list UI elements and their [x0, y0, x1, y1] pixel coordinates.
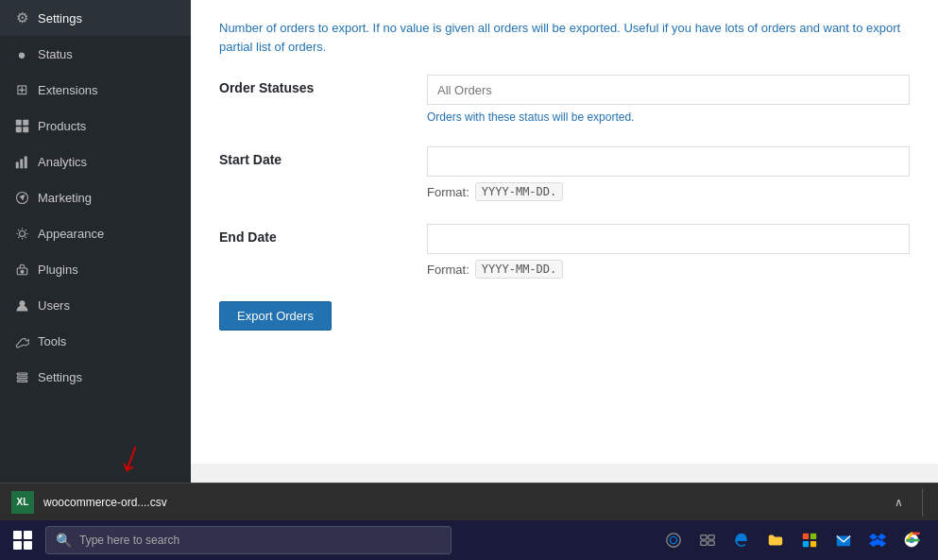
sidebar-item-plugins[interactable]: Plugins	[0, 251, 191, 287]
svg-point-15	[667, 534, 680, 547]
order-statuses-hint: Orders with these status will be exporte…	[427, 110, 910, 124]
sidebar-item-products[interactable]: Products	[0, 108, 191, 144]
sidebar: ⚙ Settings ● Status ⊞ Extensions Product…	[0, 0, 191, 483]
edge-browser-icon[interactable]	[728, 527, 755, 553]
sidebar-item-products-label: Products	[38, 119, 86, 133]
svg-point-16	[670, 536, 676, 543]
start-date-label: Start Date	[219, 146, 408, 167]
svg-rect-24	[810, 541, 816, 547]
extensions-icon: ⊞	[13, 81, 30, 98]
sidebar-item-settings-bottom-label: Settings	[38, 370, 82, 384]
sidebar-item-users[interactable]: Users	[0, 287, 191, 323]
export-orders-button[interactable]: Export Orders	[219, 301, 332, 331]
svg-rect-14	[17, 380, 27, 382]
users-icon	[13, 297, 30, 314]
svg-rect-18	[708, 535, 714, 540]
status-icon: ●	[13, 45, 30, 62]
task-view-icon[interactable]	[694, 527, 721, 553]
svg-marker-26	[869, 534, 878, 540]
csv-file-icon: XL	[11, 491, 34, 514]
settings-icon: ⚙	[13, 9, 30, 26]
dropbox-icon[interactable]	[864, 527, 891, 553]
sidebar-item-settings-bottom[interactable]: Settings	[0, 359, 191, 395]
download-bar-divider	[922, 488, 923, 517]
download-bar: XL woocommerce-ord....csv ∧	[0, 483, 938, 520]
appearance-icon	[13, 225, 30, 242]
sidebar-item-extensions[interactable]: ⊞ Extensions	[0, 72, 191, 108]
order-statuses-label: Order Statuses	[219, 75, 408, 95]
start-date-format-badge: YYYY-MM-DD.	[475, 182, 563, 201]
svg-rect-19	[701, 541, 707, 546]
sidebar-item-tools-label: Tools	[38, 334, 66, 348]
order-statuses-field: Orders with these status will be exporte…	[427, 75, 910, 124]
plugins-icon	[13, 261, 30, 278]
top-notice-text: Number of orders to export. If no value …	[219, 19, 910, 56]
settings-bottom-icon	[13, 368, 30, 385]
svg-point-10	[21, 270, 24, 273]
sidebar-item-marketing[interactable]: Marketing	[0, 179, 191, 215]
taskbar: XL woocommerce-ord....csv ∧ 🔍 Type here …	[0, 483, 938, 560]
svg-rect-0	[15, 119, 21, 125]
sidebar-item-users-label: Users	[38, 298, 70, 313]
mail-icon[interactable]	[830, 527, 857, 553]
download-chevron-icon[interactable]: ∧	[889, 492, 909, 513]
svg-rect-22	[810, 534, 816, 539]
svg-rect-5	[20, 159, 23, 168]
start-button[interactable]	[6, 523, 40, 557]
end-date-input[interactable]	[427, 224, 910, 254]
download-filename: woocommerce-ord....csv	[43, 496, 879, 509]
svg-rect-3	[23, 127, 28, 132]
end-date-format-badge: YYYY-MM-DD.	[475, 260, 563, 279]
svg-point-8	[19, 230, 25, 236]
windows-logo-icon	[13, 531, 32, 550]
taskbar-icons	[660, 527, 932, 553]
svg-rect-13	[17, 376, 27, 378]
svg-rect-20	[708, 541, 714, 546]
sidebar-item-plugins-label: Plugins	[38, 263, 78, 277]
sidebar-item-settings-top[interactable]: ⚙ Settings	[0, 0, 191, 36]
export-row: Export Orders	[219, 301, 910, 331]
cortana-icon[interactable]	[660, 527, 687, 553]
order-statuses-row: Order Statuses Orders with these status …	[219, 75, 910, 124]
svg-rect-4	[15, 161, 18, 168]
svg-rect-12	[17, 373, 27, 375]
products-icon	[13, 117, 30, 134]
svg-rect-1	[23, 119, 28, 125]
start-date-format-line: Format: YYYY-MM-DD.	[427, 182, 910, 201]
sidebar-item-analytics[interactable]: Analytics	[0, 144, 191, 179]
svg-rect-2	[15, 127, 21, 132]
order-statuses-input[interactable]	[427, 75, 910, 105]
search-icon: 🔍	[56, 533, 72, 548]
sidebar-item-extensions-label: Extensions	[38, 83, 98, 97]
marketing-icon	[13, 189, 30, 206]
taskbar-bottom: 🔍 Type here to search	[0, 520, 938, 560]
sidebar-item-settings-top-label: Settings	[38, 11, 82, 25]
sidebar-item-tools[interactable]: Tools	[0, 323, 191, 359]
svg-rect-21	[803, 534, 809, 539]
folder-icon[interactable]	[762, 527, 789, 553]
svg-rect-6	[24, 156, 26, 168]
svg-rect-23	[803, 541, 809, 547]
end-date-label: End Date	[219, 224, 408, 245]
chrome-icon[interactable]	[898, 527, 925, 553]
sidebar-item-marketing-label: Marketing	[38, 191, 92, 205]
taskbar-search-bar[interactable]: 🔍 Type here to search	[45, 526, 452, 554]
svg-marker-27	[878, 534, 886, 540]
svg-rect-17	[701, 535, 707, 540]
sidebar-item-analytics-label: Analytics	[38, 155, 87, 169]
taskbar-search-placeholder: Type here to search	[79, 534, 179, 547]
end-date-format-line: Format: YYYY-MM-DD.	[427, 260, 910, 279]
start-date-row: Start Date Format: YYYY-MM-DD.	[219, 146, 910, 201]
sidebar-item-appearance-label: Appearance	[38, 227, 104, 241]
start-date-input[interactable]	[427, 146, 910, 177]
svg-point-11	[19, 300, 25, 306]
sidebar-item-appearance[interactable]: Appearance	[0, 215, 191, 251]
sidebar-item-status-label: Status	[38, 47, 73, 61]
main-content: Number of orders to export. If no value …	[191, 0, 938, 483]
start-date-field: Format: YYYY-MM-DD.	[427, 146, 910, 201]
start-date-format-prefix: Format:	[427, 185, 469, 199]
end-date-row: End Date Format: YYYY-MM-DD.	[219, 224, 910, 279]
tools-icon	[13, 332, 30, 349]
sidebar-item-status[interactable]: ● Status	[0, 36, 191, 72]
ms-store-icon[interactable]	[796, 527, 823, 553]
